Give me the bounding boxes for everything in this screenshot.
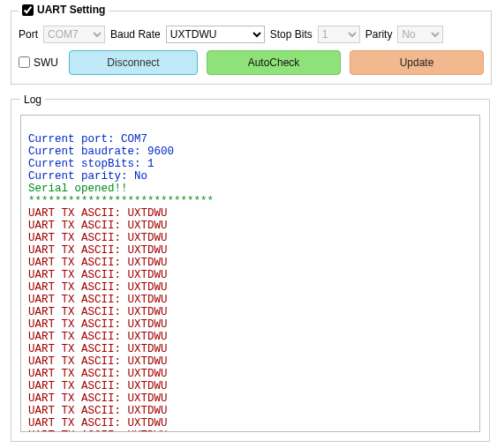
parity-label: Parity bbox=[365, 28, 393, 41]
log-line: **************************** bbox=[28, 195, 472, 207]
log-line: Current parity: No bbox=[28, 170, 472, 183]
uart-settings-group: UART Setting Port COM7 Baud Rate UXTDWU … bbox=[11, 4, 492, 85]
log-line: Current stopBits: 1 bbox=[28, 158, 472, 170]
log-line: UART TX ASCII: UXTDWU bbox=[28, 380, 472, 392]
log-line: UART TX ASCII: UXTDWU bbox=[28, 207, 472, 220]
autocheck-button[interactable]: AutoCheck bbox=[207, 50, 341, 75]
log-line: UART TX ASCII: UXTDWU bbox=[28, 220, 472, 232]
log-line bbox=[28, 121, 472, 133]
log-legend: Log bbox=[20, 93, 45, 106]
baud-select[interactable]: UXTDWU bbox=[166, 26, 265, 43]
log-line: UART TX ASCII: UXTDWU bbox=[28, 331, 472, 343]
log-line: UART TX ASCII: UXTDWU bbox=[28, 429, 472, 432]
uart-setting-checkbox[interactable] bbox=[22, 4, 34, 16]
log-line: Serial opened!! bbox=[28, 183, 472, 195]
swu-checkbox[interactable] bbox=[19, 56, 30, 68]
log-line: UART TX ASCII: UXTDWU bbox=[28, 355, 472, 368]
log-group: Log Current port: COM7Current baudrate: … bbox=[11, 93, 490, 442]
disconnect-button[interactable]: Disconnect bbox=[69, 50, 198, 75]
autocheck-button-label: AutoCheck bbox=[248, 56, 300, 69]
update-button[interactable]: Update bbox=[350, 50, 484, 75]
log-line: UART TX ASCII: UXTDWU bbox=[28, 232, 472, 244]
update-button-label: Update bbox=[400, 56, 434, 69]
uart-fields-row: Port COM7 Baud Rate UXTDWU Stop Bits 1 P… bbox=[19, 26, 484, 43]
log-line: UART TX ASCII: UXTDWU bbox=[28, 294, 472, 306]
port-select[interactable]: COM7 bbox=[43, 26, 105, 43]
log-line: UART TX ASCII: UXTDWU bbox=[28, 392, 472, 405]
swu-label: SWU bbox=[34, 56, 58, 69]
log-line: UART TX ASCII: UXTDWU bbox=[28, 417, 472, 429]
log-line: UART TX ASCII: UXTDWU bbox=[28, 306, 472, 318]
log-line: UART TX ASCII: UXTDWU bbox=[28, 368, 472, 380]
uart-buttons-row: SWU Disconnect AutoCheck Update bbox=[19, 50, 484, 75]
parity-select[interactable]: No bbox=[397, 26, 443, 43]
log-line: UART TX ASCII: UXTDWU bbox=[28, 405, 472, 417]
uart-setting-title: UART Setting bbox=[37, 4, 105, 16]
log-line: UART TX ASCII: UXTDWU bbox=[28, 343, 472, 355]
log-line: Current port: COM7 bbox=[28, 133, 472, 146]
log-textarea[interactable]: Current port: COM7Current baudrate: 9600… bbox=[20, 115, 480, 432]
baud-label: Baud Rate bbox=[110, 28, 161, 41]
disconnect-button-label: Disconnect bbox=[107, 56, 159, 69]
log-line: UART TX ASCII: UXTDWU bbox=[28, 281, 472, 294]
stop-label: Stop Bits bbox=[270, 28, 313, 41]
log-line: UART TX ASCII: UXTDWU bbox=[28, 318, 472, 331]
stop-select[interactable]: 1 bbox=[318, 26, 360, 43]
log-line: UART TX ASCII: UXTDWU bbox=[28, 244, 472, 257]
log-line: Current baudrate: 9600 bbox=[28, 146, 472, 158]
log-line: UART TX ASCII: UXTDWU bbox=[28, 257, 472, 269]
uart-settings-legend: UART Setting bbox=[19, 4, 109, 19]
log-line: UART TX ASCII: UXTDWU bbox=[28, 269, 472, 281]
port-label: Port bbox=[19, 28, 38, 41]
